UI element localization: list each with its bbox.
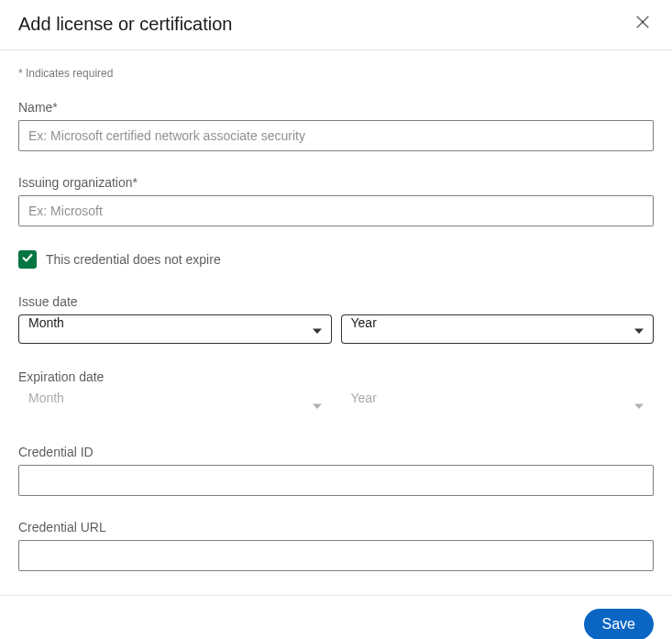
exp-year-wrap: Year bbox=[341, 390, 655, 419]
field-credential-id: Credential ID bbox=[18, 445, 654, 496]
modal-footer: Save bbox=[0, 595, 672, 639]
credential-id-label: Credential ID bbox=[18, 445, 654, 459]
issue-month-select[interactable]: Month bbox=[18, 314, 332, 344]
exp-year-select: Year bbox=[341, 390, 655, 419]
exp-month-select: Month bbox=[18, 390, 332, 419]
close-icon bbox=[633, 13, 652, 35]
issue-date-group: Issue date Month Year bbox=[18, 294, 654, 344]
field-credential-url: Credential URL bbox=[18, 520, 654, 571]
save-button[interactable]: Save bbox=[584, 609, 654, 639]
modal-title: Add license or certification bbox=[18, 14, 232, 35]
org-input[interactable] bbox=[18, 195, 654, 226]
org-label: Issuing organization* bbox=[18, 175, 654, 190]
credential-id-input[interactable] bbox=[18, 465, 654, 496]
field-org: Issuing organization* bbox=[18, 175, 654, 226]
issue-year-select[interactable]: Year bbox=[341, 314, 655, 344]
modal-header: Add license or certification bbox=[0, 0, 672, 50]
expiration-date-label: Expiration date bbox=[18, 369, 654, 384]
field-name: Name* bbox=[18, 100, 654, 151]
issue-year-wrap: Year bbox=[341, 314, 655, 344]
required-indicator: * Indicates required bbox=[18, 67, 654, 80]
issue-month-wrap: Month bbox=[18, 314, 332, 344]
name-input[interactable] bbox=[18, 120, 654, 151]
close-button[interactable] bbox=[632, 13, 654, 35]
exp-month-wrap: Month bbox=[18, 390, 332, 419]
checkmark-icon bbox=[21, 251, 34, 268]
no-expire-checkbox[interactable] bbox=[18, 250, 37, 269]
issue-date-label: Issue date bbox=[18, 294, 654, 309]
no-expire-label: This credential does not expire bbox=[46, 252, 221, 267]
no-expire-row: This credential does not expire bbox=[18, 250, 654, 269]
modal-body: * Indicates required Name* Issuing organ… bbox=[0, 50, 672, 595]
name-label: Name* bbox=[18, 100, 654, 115]
expiration-date-group: Expiration date Month Year bbox=[18, 369, 654, 419]
credential-url-input[interactable] bbox=[18, 540, 654, 571]
credential-url-label: Credential URL bbox=[18, 520, 654, 534]
